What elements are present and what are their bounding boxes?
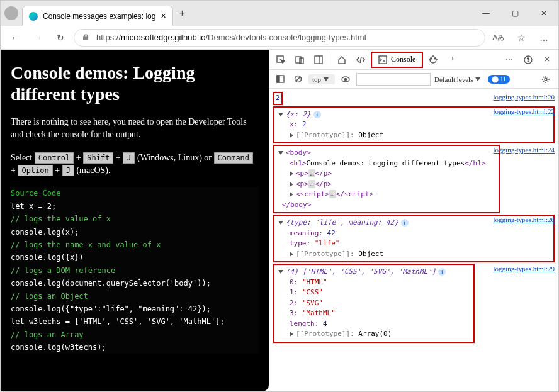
svg-text:?: ? bbox=[527, 57, 529, 63]
key-command: Command bbox=[214, 152, 254, 164]
array-expansion[interactable]: (4) ['HTML', 'CSS', 'SVG', 'MathML']i 0:… bbox=[273, 264, 475, 343]
code-line: // logs an Array bbox=[11, 328, 259, 341]
tab-title: Console messages examples: log bbox=[43, 12, 155, 21]
info-icon[interactable]: i bbox=[438, 268, 446, 276]
url-input[interactable]: 🔒︎ https://microsoftedge.github.io/Demos… bbox=[74, 29, 485, 47]
favorite-button[interactable]: ☆ bbox=[512, 28, 531, 47]
new-tab-button[interactable]: + bbox=[173, 8, 191, 19]
svg-line-17 bbox=[296, 77, 300, 81]
page-intro: There is nothing to see here, you need t… bbox=[11, 116, 259, 142]
site-info-icon[interactable]: 🔒︎ bbox=[82, 33, 90, 42]
expand-icon[interactable] bbox=[290, 332, 293, 337]
url-path: /Demos/devtools-console/logging-types.ht… bbox=[205, 33, 366, 42]
code-line: // logs the name x and value of x bbox=[11, 238, 259, 251]
issues-badge[interactable]: ⬤11 bbox=[488, 75, 510, 84]
close-tab-button[interactable]: ✕ bbox=[161, 12, 166, 20]
browser-tab[interactable]: Console messages examples: log ✕ bbox=[22, 6, 173, 26]
expand-icon[interactable] bbox=[290, 192, 293, 197]
profile-avatar[interactable] bbox=[4, 6, 18, 20]
svg-point-7 bbox=[431, 58, 432, 59]
svg-rect-3 bbox=[315, 56, 322, 64]
live-expression-icon[interactable] bbox=[339, 71, 353, 87]
titlebar: Console messages examples: log ✕ + — ▢ ✕ bbox=[1, 1, 558, 26]
back-button[interactable]: ← bbox=[6, 28, 25, 47]
source-code-block: Source Code let x = 2; // logs the value… bbox=[11, 187, 259, 354]
dock-side-icon[interactable] bbox=[310, 52, 327, 68]
expand-icon[interactable] bbox=[278, 151, 283, 155]
source-link[interactable]: logging-types.html:29 bbox=[494, 264, 555, 274]
code-line: console.log({"type":"life", "meaning": 4… bbox=[11, 303, 259, 315]
welcome-tab-icon[interactable] bbox=[333, 52, 351, 68]
url-scheme: https:// bbox=[96, 33, 121, 42]
close-window-button[interactable]: ✕ bbox=[529, 4, 558, 23]
expand-icon[interactable] bbox=[290, 171, 293, 176]
browser-window: Console messages examples: log ✕ + — ▢ ✕… bbox=[0, 0, 559, 392]
code-line: // logs an Object bbox=[11, 290, 259, 303]
edge-favicon-icon bbox=[29, 12, 38, 21]
svg-point-19 bbox=[345, 78, 347, 80]
expand-icon[interactable] bbox=[290, 252, 293, 257]
code-line: console.log(x); bbox=[11, 226, 259, 238]
code-line: let w3techs = ['HTML', 'CSS', 'SVG', 'Ma… bbox=[11, 315, 259, 328]
more-tools-button[interactable]: ⋯ bbox=[500, 52, 518, 68]
expand-icon[interactable] bbox=[278, 270, 283, 274]
key-option: Option bbox=[18, 165, 52, 176]
more-tabs-button[interactable]: + bbox=[443, 52, 461, 68]
clear-console-icon[interactable] bbox=[291, 71, 305, 87]
forward-button: → bbox=[28, 28, 47, 47]
code-line: console.log(document.querySelector('body… bbox=[11, 277, 259, 289]
info-icon[interactable]: i bbox=[401, 219, 409, 227]
console-tab[interactable]: Console bbox=[371, 52, 423, 68]
svg-rect-15 bbox=[277, 76, 280, 82]
device-emulation-icon[interactable] bbox=[291, 52, 308, 68]
code-line: let x = 2; bbox=[11, 200, 259, 213]
elements-tab-icon[interactable] bbox=[352, 52, 370, 68]
filter-input[interactable] bbox=[356, 73, 431, 86]
info-icon[interactable]: i bbox=[313, 111, 321, 118]
code-line: console.log(w3techs); bbox=[11, 341, 259, 354]
code-line: console.log({x}) bbox=[11, 251, 259, 264]
svg-rect-5 bbox=[379, 56, 387, 64]
devtools-panel: Console + ⋯ ? ✕ top Default levels ⬤11 bbox=[269, 50, 558, 391]
address-bar: ← → ↻ 🔒︎ https://microsoftedge.github.io… bbox=[1, 26, 558, 50]
key-j2: J bbox=[62, 165, 74, 176]
source-link[interactable]: logging-types.html:26 bbox=[494, 215, 555, 225]
console-icon bbox=[378, 55, 387, 64]
source-code-title: Source Code bbox=[11, 187, 259, 199]
key-j: J bbox=[123, 152, 135, 164]
context-selector[interactable]: top bbox=[308, 74, 335, 84]
page-heading: Console demos: Logging different types bbox=[11, 62, 259, 104]
issues-tab-icon[interactable] bbox=[424, 52, 442, 68]
expand-icon[interactable] bbox=[278, 221, 283, 225]
minimize-button[interactable]: — bbox=[471, 4, 500, 23]
source-link[interactable]: logging-types.html:20 bbox=[494, 92, 555, 103]
console-tab-label: Console bbox=[391, 55, 415, 64]
svg-point-8 bbox=[435, 58, 436, 59]
chevron-down-icon bbox=[324, 77, 329, 81]
help-button[interactable]: ? bbox=[519, 52, 537, 68]
console-output[interactable]: 2 logging-types.html:20 logging-types.ht… bbox=[269, 89, 558, 391]
page-shortcut: Select Control + Shift + J (Windows, Lin… bbox=[11, 152, 259, 177]
reload-button[interactable]: ↻ bbox=[51, 28, 70, 47]
settings-menu-button[interactable]: … bbox=[534, 28, 553, 47]
expand-icon[interactable] bbox=[278, 113, 283, 116]
console-settings-icon[interactable] bbox=[537, 71, 555, 87]
expand-icon[interactable] bbox=[290, 182, 293, 187]
key-shift: Shift bbox=[83, 152, 113, 164]
key-control: Control bbox=[35, 152, 74, 164]
expand-icon[interactable] bbox=[290, 133, 293, 138]
code-line: // logs a DOM reference bbox=[11, 264, 259, 277]
read-aloud-button[interactable]: Aあ bbox=[489, 28, 508, 47]
code-line: // logs the value of x bbox=[11, 213, 259, 225]
sidebar-toggle-icon[interactable] bbox=[273, 71, 287, 87]
log-levels-selector[interactable]: Default levels bbox=[434, 76, 483, 83]
maximize-button[interactable]: ▢ bbox=[500, 4, 529, 23]
source-link[interactable]: logging-types.html:22 bbox=[494, 106, 555, 117]
url-host: microsoftedge.github.io bbox=[121, 33, 205, 42]
console-row: logging-types.html:22 {x: 2}i x: 2 [[Pro… bbox=[273, 106, 555, 144]
close-devtools-button[interactable]: ✕ bbox=[538, 52, 556, 68]
dom-expansion[interactable]: <body> <h1>Console demos: Logging differ… bbox=[273, 145, 500, 213]
console-row: 2 logging-types.html:20 bbox=[273, 92, 555, 105]
inspect-element-icon[interactable] bbox=[272, 52, 290, 68]
source-link[interactable]: logging-types.html:24 bbox=[494, 145, 555, 155]
